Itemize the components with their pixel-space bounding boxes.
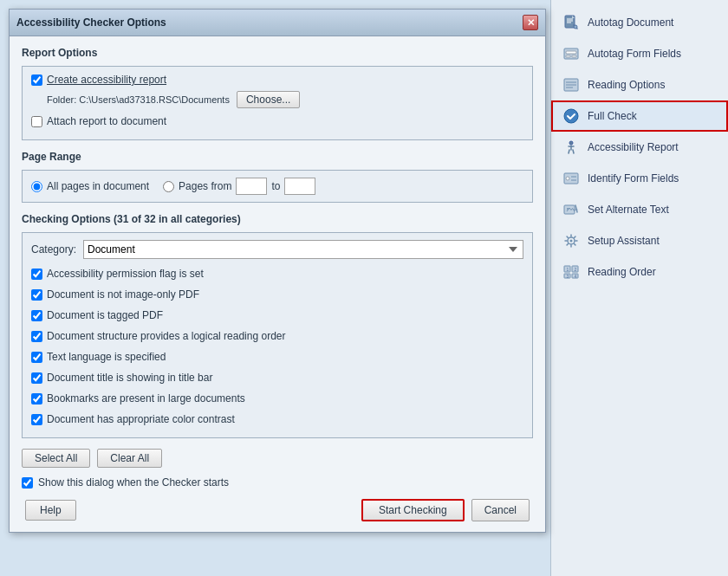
select-clear-row: Select All Clear All [22, 449, 533, 468]
pages-from-radio[interactable] [163, 181, 174, 192]
sidebar-item-label: Full Check [588, 110, 637, 122]
reading-order-icon: 1234 [562, 262, 581, 282]
autotag-form-icon [562, 44, 581, 63]
create-report-checkbox[interactable] [31, 74, 42, 86]
check-item-checkbox[interactable] [31, 289, 42, 301]
list-item: Accessibility permission flag is set [31, 268, 523, 280]
sidebar-item-full-check[interactable]: Full Check [551, 100, 728, 132]
check-item-label: Document is not image-only PDF [47, 288, 199, 301]
svg-text:3: 3 [567, 274, 569, 279]
sidebar-item-label: Autotag Form Fields [588, 48, 681, 60]
pages-from-group: Pages from 1 to 1 [163, 178, 315, 195]
sidebar-item-identify-form-fields[interactable]: Identify Form Fields [551, 163, 728, 194]
dialog-body: Report Options Create accessibility repo… [10, 36, 545, 532]
list-item: Document is not image-only PDF [31, 288, 523, 301]
close-button[interactable]: ✕ [523, 15, 538, 30]
svg-text:2: 2 [575, 267, 577, 272]
autotag-doc-icon [562, 13, 581, 32]
sidebar-item-accessibility-report[interactable]: Accessibility Report [551, 132, 728, 163]
dialog-title: Accessibility Checker Options [16, 16, 166, 29]
check-item-label: Document is tagged PDF [47, 309, 163, 321]
check-item-label: Text language is specified [47, 351, 166, 363]
page-range-label: Page Range [22, 151, 533, 163]
sidebar-item-setup-assistant[interactable]: Setup Assistant [551, 225, 728, 256]
sidebar-item-reading-order[interactable]: 1234Reading Order [551, 256, 728, 288]
checking-options-section: Checking Options (31 of 32 in all catego… [22, 213, 533, 438]
page-end-input[interactable]: 1 [284, 178, 315, 195]
page-range-section: Page Range All pages in document Pages f… [22, 151, 533, 203]
svg-point-14 [569, 141, 573, 145]
sidebar: Autotag DocumentAutotag Form FieldsReadi… [550, 0, 728, 576]
svg-point-20 [567, 208, 569, 210]
check-item-checkbox[interactable] [31, 393, 42, 404]
select-all-button[interactable]: Select All [22, 449, 90, 468]
pages-from-label: Pages from [179, 180, 231, 192]
attach-report-checkbox[interactable] [31, 116, 42, 127]
all-pages-label: All pages in document [47, 180, 149, 192]
category-label: Category: [31, 243, 76, 256]
svg-text:1: 1 [567, 267, 569, 272]
dialog-title-bar: Accessibility Checker Options ✕ [10, 10, 545, 36]
check-item-checkbox[interactable] [31, 310, 42, 321]
check-item-checkbox[interactable] [31, 269, 42, 280]
report-options-label: Report Options [22, 47, 533, 59]
folder-path: Folder: C:\Users\ad37318.RSC\Documents [47, 94, 230, 105]
category-row: Category: Document [31, 240, 523, 259]
radio-row: All pages in document Pages from 1 to 1 [31, 178, 523, 195]
check-item-checkbox[interactable] [31, 352, 42, 363]
list-item: Text language is specified [31, 351, 523, 363]
choose-button[interactable]: Choose... [237, 91, 300, 108]
cancel-button[interactable]: Cancel [471, 499, 530, 521]
attach-report-row: Attach report to document [31, 115, 523, 127]
svg-rect-7 [566, 55, 570, 57]
checking-options-box: Category: Document Accessibility permiss… [22, 232, 533, 438]
check-item-label: Document structure provides a logical re… [47, 330, 285, 342]
identify-form-icon [562, 169, 581, 188]
show-dialog-checkbox[interactable] [22, 477, 33, 489]
sidebar-item-reading-options[interactable]: Reading Options [551, 69, 728, 100]
check-item-checkbox[interactable] [31, 414, 42, 425]
start-checking-button[interactable]: Start Checking [361, 499, 465, 521]
list-item: Document has appropriate color contrast [31, 413, 523, 425]
accessibility-checker-dialog: Accessibility Checker Options ✕ Report O… [9, 9, 546, 533]
svg-rect-6 [566, 51, 576, 54]
create-report-row: Create accessibility report [31, 74, 523, 86]
sidebar-item-label: Identify Form Fields [588, 172, 679, 184]
list-item: Document title is showing in title bar [31, 372, 523, 384]
report-options-section: Report Options Create accessibility repo… [22, 47, 533, 140]
clear-all-button[interactable]: Clear All [97, 449, 162, 468]
check-item-label: Bookmarks are present in large documents [47, 392, 245, 404]
attach-report-label: Attach report to document [47, 115, 166, 127]
folder-row: Folder: C:\Users\ad37318.RSC\Documents C… [31, 91, 523, 108]
all-pages-radio[interactable] [31, 181, 42, 192]
footer-right: Start Checking Cancel [361, 499, 530, 521]
check-item-checkbox[interactable] [31, 372, 42, 384]
sidebar-item-autotag-form-fields[interactable]: Autotag Form Fields [551, 38, 728, 69]
show-dialog-label: Show this dialog when the Checker starts [38, 476, 229, 489]
create-report-label: Create accessibility report [47, 74, 166, 86]
checking-options-label: Checking Options (31 of 32 in all catego… [22, 213, 533, 225]
svg-point-4 [574, 25, 577, 29]
sidebar-item-label: Set Alternate Text [588, 204, 669, 216]
dialog-footer: Help Start Checking Cancel [22, 499, 533, 521]
page-start-input[interactable]: 1 [236, 178, 267, 195]
check-item-label: Document title is showing in title bar [47, 372, 212, 384]
svg-point-16 [566, 177, 569, 180]
sidebar-item-label: Reading Order [588, 266, 656, 278]
check-item-label: Document has appropriate color contrast [47, 413, 235, 425]
help-button[interactable]: Help [25, 500, 76, 521]
category-select[interactable]: Document [83, 240, 523, 259]
sidebar-item-set-alternate-text[interactable]: Set Alternate Text [551, 194, 728, 225]
accessibility-report-icon [562, 138, 581, 157]
check-item-checkbox[interactable] [31, 331, 42, 342]
set-alt-text-icon [562, 200, 581, 219]
setup-assistant-icon [562, 231, 581, 250]
sidebar-item-label: Autotag Document [588, 16, 673, 29]
sidebar-item-label: Reading Options [588, 79, 665, 91]
sidebar-item-autotag-document[interactable]: Autotag Document [551, 7, 728, 38]
check-items-list: Accessibility permission flag is setDocu… [31, 268, 523, 430]
svg-text:4: 4 [575, 274, 577, 279]
sidebar-item-label: Setup Assistant [588, 235, 660, 247]
list-item: Document is tagged PDF [31, 309, 523, 321]
svg-rect-8 [572, 55, 576, 57]
